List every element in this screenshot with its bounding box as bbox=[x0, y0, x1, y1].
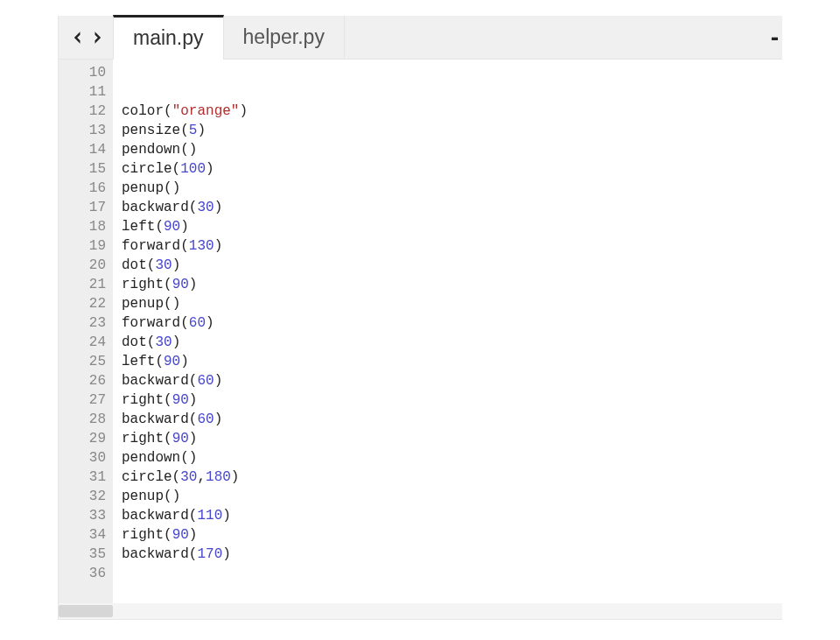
token-p: ( bbox=[155, 354, 164, 369]
tab-label: helper.py bbox=[243, 25, 325, 49]
code-line[interactable]: penup() bbox=[122, 487, 782, 506]
code-editor[interactable]: 1011121314151617181920212223242526272829… bbox=[59, 60, 782, 619]
tab-main-py[interactable]: main.py bbox=[113, 15, 224, 59]
token-func: pensize bbox=[122, 123, 180, 138]
code-line[interactable]: right(90) bbox=[122, 390, 782, 410]
token-p: ( bbox=[180, 238, 189, 254]
nav-forward-button[interactable] bbox=[88, 26, 106, 49]
code-line[interactable]: circle(100) bbox=[122, 159, 782, 179]
token-p: ) bbox=[172, 296, 181, 312]
token-func: penup bbox=[122, 489, 164, 504]
token-func: forward bbox=[122, 315, 180, 331]
code-line[interactable]: circle(30,180) bbox=[122, 468, 782, 487]
code-line[interactable]: backward(170) bbox=[122, 545, 782, 564]
code-line[interactable]: color("orange") bbox=[122, 102, 782, 121]
token-p: ( bbox=[189, 508, 198, 524]
token-num: 170 bbox=[197, 546, 222, 562]
token-func: backward bbox=[122, 546, 189, 562]
token-func: color bbox=[122, 103, 164, 119]
token-p: ( bbox=[147, 257, 156, 273]
token-p: ( bbox=[180, 123, 189, 138]
line-number: 25 bbox=[59, 352, 106, 371]
line-number: 19 bbox=[59, 236, 106, 256]
token-p: ) bbox=[189, 527, 198, 543]
code-line[interactable]: pendown() bbox=[122, 448, 782, 468]
line-number: 12 bbox=[59, 102, 106, 121]
code-line[interactable]: backward(60) bbox=[122, 410, 782, 429]
token-p: ( bbox=[172, 161, 181, 177]
token-p: ( bbox=[172, 469, 181, 485]
code-line[interactable] bbox=[122, 63, 782, 82]
line-number: 14 bbox=[59, 140, 106, 159]
code-line[interactable]: pendown() bbox=[122, 140, 782, 159]
code-line[interactable] bbox=[122, 564, 782, 583]
token-p: ( bbox=[155, 219, 164, 235]
token-p: ( bbox=[180, 450, 189, 466]
chevron-right-icon bbox=[88, 26, 106, 49]
code-line[interactable]: backward(110) bbox=[122, 506, 782, 525]
line-number: 30 bbox=[59, 448, 106, 468]
line-number: 29 bbox=[59, 429, 106, 448]
token-num: 60 bbox=[197, 373, 214, 389]
code-line[interactable]: backward(60) bbox=[122, 371, 782, 390]
line-number: 36 bbox=[59, 564, 106, 583]
token-p: ) bbox=[206, 315, 214, 331]
token-p: ( bbox=[180, 315, 189, 331]
line-number: 34 bbox=[59, 525, 106, 545]
line-number: 16 bbox=[59, 179, 106, 198]
code-line[interactable]: right(90) bbox=[122, 275, 782, 294]
token-func: pendown bbox=[122, 450, 180, 466]
token-p: ) bbox=[189, 277, 198, 292]
token-num: 90 bbox=[172, 392, 189, 408]
token-num: 30 bbox=[180, 469, 197, 485]
line-number-gutter: 1011121314151617181920212223242526272829… bbox=[59, 60, 113, 619]
code-line[interactable]: penup() bbox=[122, 294, 782, 313]
code-line[interactable]: dot(30) bbox=[122, 333, 782, 352]
token-p: ( bbox=[189, 411, 198, 427]
line-number: 10 bbox=[59, 63, 106, 82]
token-num: 100 bbox=[180, 161, 206, 177]
line-number: 32 bbox=[59, 487, 106, 506]
code-line[interactable]: right(90) bbox=[122, 429, 782, 448]
token-p: ) bbox=[172, 257, 181, 273]
code-line[interactable]: pensize(5) bbox=[122, 121, 782, 140]
chevron-left-icon bbox=[69, 26, 87, 49]
code-line[interactable]: dot(30) bbox=[122, 256, 782, 275]
token-p: ( bbox=[189, 546, 198, 562]
code-line[interactable]: left(90) bbox=[122, 352, 782, 371]
app-root: main.pyhelper.py - 101112131415161718192… bbox=[0, 0, 840, 640]
code-line[interactable]: left(90) bbox=[122, 217, 782, 236]
token-num: 30 bbox=[197, 200, 214, 215]
code-line[interactable]: penup() bbox=[122, 179, 782, 198]
horizontal-scrollbar[interactable] bbox=[59, 603, 782, 619]
line-number: 24 bbox=[59, 333, 106, 352]
token-func: circle bbox=[122, 469, 172, 485]
line-number: 33 bbox=[59, 506, 106, 525]
token-p: ( bbox=[164, 527, 172, 543]
code-line[interactable]: backward(30) bbox=[122, 198, 782, 217]
code-content[interactable]: color("orange")pensize(5)pendown()circle… bbox=[113, 60, 782, 619]
code-line[interactable] bbox=[122, 82, 782, 102]
code-line[interactable]: forward(130) bbox=[122, 236, 782, 256]
token-func: left bbox=[122, 354, 155, 369]
code-line[interactable]: right(90) bbox=[122, 525, 782, 545]
token-p: ) bbox=[172, 180, 181, 196]
token-p: ( bbox=[164, 392, 172, 408]
code-line[interactable]: forward(60) bbox=[122, 313, 782, 333]
token-p: ) bbox=[222, 508, 231, 524]
token-p: ( bbox=[180, 142, 189, 158]
token-p: ( bbox=[164, 489, 172, 504]
line-number: 17 bbox=[59, 198, 106, 217]
tab-overflow-button[interactable]: - bbox=[771, 24, 779, 52]
line-number: 21 bbox=[59, 275, 106, 294]
token-p: ) bbox=[197, 123, 206, 138]
token-str: "orange" bbox=[172, 103, 240, 119]
line-number: 20 bbox=[59, 256, 106, 275]
tab-helper-py[interactable]: helper.py bbox=[224, 16, 345, 59]
token-p: ( bbox=[164, 277, 172, 292]
line-number: 15 bbox=[59, 159, 106, 179]
token-p: ) bbox=[189, 392, 198, 408]
token-func: backward bbox=[122, 200, 189, 215]
nav-back-button[interactable] bbox=[69, 26, 87, 49]
scrollbar-thumb[interactable] bbox=[59, 605, 113, 617]
